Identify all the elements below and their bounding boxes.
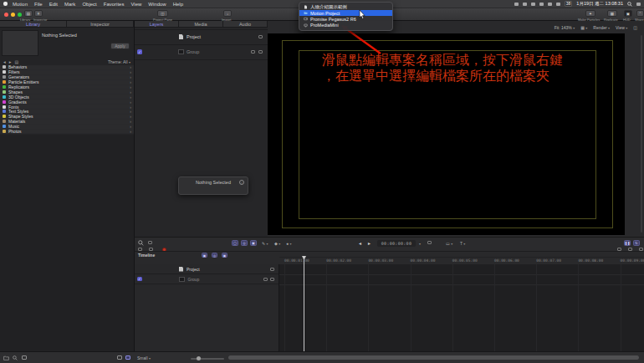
text-tool-dropdown[interactable]: T ▾ — [460, 241, 465, 246]
pan-tool-icon[interactable] — [148, 241, 152, 244]
apply-button[interactable]: Apply — [110, 43, 130, 49]
show-audio-tracks-icon[interactable]: ◎ — [212, 253, 217, 258]
apple-menu-icon[interactable] — [3, 2, 8, 6]
preview-toggle-icon[interactable] — [22, 355, 27, 360]
back-icon[interactable]: ◂ — [3, 59, 6, 64]
icon-size-dropdown[interactable]: Small ▾ — [137, 355, 151, 360]
canvas-scrollbar[interactable] — [641, 35, 642, 233]
search-icon[interactable] — [13, 355, 18, 360]
path-menu-item-drive[interactable]: Promise Pegasus2 R6 — [299, 16, 392, 22]
path-menu-item-folder[interactable]: Motion Project — [299, 10, 392, 16]
list-view-toggle-icon[interactable] — [117, 355, 122, 360]
playhead-line[interactable] — [304, 256, 304, 351]
menu-item[interactable]: Help — [173, 2, 183, 7]
current-timecode-display[interactable]: 00:00:00:00 — [377, 240, 416, 247]
channels-dropdown[interactable]: ▦ ▾ — [580, 25, 587, 30]
window-split-icon[interactable]: ◫ — [633, 25, 637, 30]
camera-column-icon[interactable] — [270, 278, 274, 281]
icon-size-slider-track[interactable] — [191, 358, 224, 360]
zoom-tool-icon[interactable] — [138, 240, 144, 246]
pause-playback-icon[interactable]: ❚❚ — [624, 240, 631, 246]
ruler-timecode-label: 00:00:01:00 — [284, 258, 309, 263]
menu-item[interactable]: Edit — [49, 2, 58, 7]
project-duration-icon[interactable] — [427, 241, 432, 244]
loop-playback-icon[interactable]: ↻ — [633, 240, 640, 246]
tab-inspector[interactable]: Inspector — [67, 21, 134, 27]
share-button[interactable]: ⌃ — [636, 10, 644, 17]
mirroring-icon[interactable] — [514, 3, 519, 6]
make-particles-button[interactable]: ✦ — [585, 10, 595, 17]
replicate-button[interactable]: ▦ — [607, 10, 617, 17]
group-activation-checkbox[interactable]: ✓ — [137, 277, 142, 282]
tab-layers[interactable]: Layers — [135, 21, 179, 27]
tab-library[interactable]: Library — [0, 21, 67, 27]
menu-item[interactable]: Window — [148, 2, 166, 7]
menu-bar-clock[interactable]: 1月19日 週二 13:08:31 — [576, 1, 623, 7]
library-preview-well — [2, 30, 38, 56]
camera-column-icon[interactable] — [258, 50, 263, 54]
flag-column-icon[interactable] — [251, 50, 255, 54]
camera-column-icon[interactable] — [258, 35, 263, 38]
minimize-window-button[interactable] — [11, 13, 15, 17]
icon-view-toggle-icon[interactable] — [125, 355, 130, 360]
camera-column-icon[interactable] — [270, 268, 274, 271]
render-dropdown[interactable]: Render ▾ — [593, 25, 610, 30]
theme-filter-dropdown[interactable]: Theme: All ▾ — [108, 59, 130, 64]
library-pane-button[interactable]: ▤ — [24, 10, 33, 17]
path-menu-item-computer[interactable]: ProMediaMini — [299, 23, 392, 28]
timeline-horizontal-scrollbar[interactable] — [228, 355, 639, 360]
zoom-level-dropdown[interactable]: Fit: 143% ▾ — [555, 25, 575, 30]
hud-panel[interactable]: Nothing Selected i — [178, 176, 248, 195]
display-icon[interactable] — [548, 3, 552, 6]
tab-media[interactable]: Media — [179, 21, 223, 27]
drop-shadow-tool[interactable]: ▣ — [250, 240, 257, 246]
show-video-tracks-icon[interactable]: ▣ — [202, 253, 207, 258]
icon-size-slider-knob[interactable] — [197, 356, 201, 360]
view-dropdown[interactable]: View ▾ — [616, 25, 627, 30]
anchor-point-tool[interactable]: ◎ — [241, 240, 248, 246]
rectangle-tool-dropdown[interactable]: ▭ ▾ — [446, 241, 452, 246]
import-button[interactable]: ↓ — [223, 10, 232, 17]
eject-icon[interactable] — [523, 3, 527, 6]
show-keyframes-icon[interactable]: ▣ — [222, 253, 227, 258]
shape-tool-dropdown[interactable]: ● ▾ — [286, 241, 291, 246]
tab-audio[interactable]: Audio — [223, 21, 268, 27]
menu-item[interactable]: Object — [82, 2, 96, 7]
transform-tool-dropdown[interactable]: ✎ ▾ — [262, 241, 268, 246]
timecode-dropdown-caret[interactable]: ▾ — [419, 241, 421, 246]
project-pane-button[interactable]: ◫ — [157, 10, 168, 17]
menu-item[interactable]: Favorites — [104, 2, 125, 7]
timeline-track-area[interactable] — [279, 264, 644, 351]
group-activation-checkbox[interactable]: ✓ — [137, 49, 142, 54]
new-folder-icon[interactable] — [3, 355, 9, 360]
play-backward-icon[interactable]: ◄ — [358, 241, 362, 246]
hud-button[interactable]: ▣ — [624, 10, 632, 17]
notification-center-icon[interactable] — [636, 3, 641, 6]
layers-group-row[interactable]: ✓ Group — [135, 45, 268, 59]
play-forward-icon[interactable]: ► — [367, 241, 371, 246]
timeline-project-row[interactable]: Project — [135, 264, 279, 274]
close-window-button[interactable] — [4, 13, 8, 17]
path-menu-item-file[interactable]: 人物介紹圖示範例 — [299, 4, 392, 10]
wifi-icon[interactable] — [539, 3, 544, 6]
project-canvas[interactable]: 滑鼠點編輯專案名稱區域，按下滑鼠右鍵 ，在選單中選擇編輯檔案所在的檔案夾 — [268, 33, 625, 235]
forward-icon[interactable]: ▸ — [9, 59, 12, 64]
spotlight-search-icon[interactable] — [627, 2, 632, 7]
keyboard-icon[interactable] — [556, 3, 560, 6]
timeline-group-row[interactable]: ✓ Group — [135, 274, 279, 284]
input-source-badge[interactable]: 38 — [565, 1, 573, 7]
library-category-row[interactable]: Photos › — [0, 130, 134, 135]
mask-tool-dropdown[interactable]: ◆ ▾ — [274, 241, 280, 246]
menu-item[interactable]: Motion — [13, 2, 28, 7]
info-icon[interactable]: i — [239, 180, 244, 185]
inspector-pane-button[interactable]: ≡ — [34, 10, 43, 17]
zoom-window-button[interactable] — [18, 13, 22, 17]
updown-arrows-icon[interactable] — [531, 3, 535, 6]
menu-item[interactable]: Mark — [64, 2, 75, 7]
menu-item[interactable]: View — [130, 2, 141, 7]
layers-project-row[interactable]: Project — [135, 30, 268, 44]
adjust-item-tool[interactable]: ▢ — [232, 240, 238, 246]
flag-column-icon[interactable] — [263, 278, 268, 281]
menu-item[interactable]: File — [34, 2, 43, 7]
list-view-icon[interactable]: ▤ — [15, 59, 19, 64]
